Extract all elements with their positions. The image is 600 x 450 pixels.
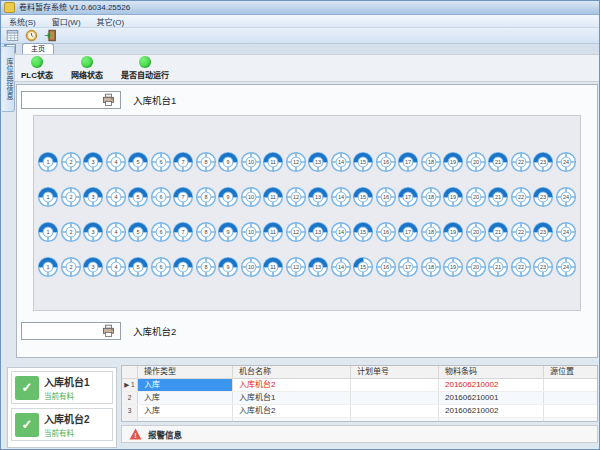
slot-indicator[interactable]: 12 — [285, 186, 307, 208]
slot-indicator[interactable]: 1 — [37, 186, 59, 208]
alarm-bar[interactable]: ! 报警信息 — [121, 425, 598, 443]
slot-indicator[interactable]: 15 — [352, 186, 374, 208]
table-cell[interactable] — [544, 379, 597, 391]
table-cell[interactable]: 入库 — [138, 379, 233, 391]
slot-indicator[interactable]: 4 — [105, 221, 127, 243]
menu-item[interactable]: 窗口(W) — [44, 16, 89, 27]
slot-indicator[interactable]: 16 — [375, 186, 397, 208]
slot-indicator[interactable]: 4 — [105, 151, 127, 173]
slot-indicator[interactable]: 15 — [352, 221, 374, 243]
clock-icon[interactable] — [24, 29, 39, 42]
slot-indicator[interactable]: 16 — [375, 256, 397, 278]
table-cell[interactable]: 201606210002 — [439, 379, 544, 391]
slot-indicator[interactable]: 19 — [442, 186, 464, 208]
slot-indicator[interactable]: 3 — [82, 221, 104, 243]
slot-indicator[interactable]: 12 — [285, 151, 307, 173]
slot-indicator[interactable]: 14 — [330, 221, 352, 243]
menu-item[interactable]: 其它(O) — [89, 16, 133, 27]
slot-indicator[interactable]: 16 — [375, 151, 397, 173]
exit-door-icon[interactable] — [43, 29, 58, 42]
slot-indicator[interactable]: 21 — [487, 186, 509, 208]
table-row[interactable]: 2入库入库机台1201606210001 — [122, 392, 597, 405]
table-cell[interactable]: 入库机台1 — [233, 392, 351, 404]
slot-indicator[interactable]: 13 — [307, 151, 329, 173]
slot-indicator[interactable]: 5 — [127, 256, 149, 278]
table-cell[interactable] — [351, 405, 439, 417]
slot-indicator[interactable]: 9 — [217, 256, 239, 278]
slot-indicator[interactable]: 8 — [195, 221, 217, 243]
print-button-machine2[interactable] — [21, 322, 121, 340]
slot-indicator[interactable]: 11 — [262, 151, 284, 173]
slot-indicator[interactable]: 24 — [555, 221, 577, 243]
slot-indicator[interactable]: 2 — [60, 256, 82, 278]
slot-indicator[interactable]: 11 — [262, 256, 284, 278]
slot-indicator[interactable]: 8 — [195, 151, 217, 173]
table-cell[interactable]: 201606210001 — [439, 392, 544, 404]
table-row[interactable]: 3入库入库机台2201606210002 — [122, 405, 597, 418]
slot-indicator[interactable]: 21 — [487, 256, 509, 278]
slot-indicator[interactable]: 19 — [442, 221, 464, 243]
slot-indicator[interactable]: 17 — [397, 256, 419, 278]
slot-indicator[interactable]: 13 — [307, 221, 329, 243]
table-cell[interactable]: 入库 — [138, 392, 233, 404]
slot-indicator[interactable]: 7 — [172, 151, 194, 173]
slot-indicator[interactable]: 10 — [240, 151, 262, 173]
slot-indicator[interactable]: 22 — [510, 186, 532, 208]
slot-indicator[interactable]: 6 — [150, 221, 172, 243]
slot-indicator[interactable]: 1 — [37, 221, 59, 243]
slot-indicator[interactable]: 5 — [127, 221, 149, 243]
slot-indicator[interactable]: 22 — [510, 221, 532, 243]
calendar-icon[interactable] — [5, 29, 20, 42]
slot-indicator[interactable]: 10 — [240, 221, 262, 243]
slot-indicator[interactable]: 3 — [82, 186, 104, 208]
menu-item[interactable]: 系统(S) — [1, 16, 44, 27]
slot-indicator[interactable]: 6 — [150, 186, 172, 208]
table-cell[interactable] — [138, 418, 233, 422]
slot-indicator[interactable]: 23 — [532, 256, 554, 278]
slot-indicator[interactable]: 12 — [285, 256, 307, 278]
slot-indicator[interactable]: 20 — [465, 221, 487, 243]
table-cell[interactable] — [351, 392, 439, 404]
slot-indicator[interactable]: 10 — [240, 256, 262, 278]
column-header[interactable]: 操作类型 — [138, 366, 233, 378]
slot-indicator[interactable]: 8 — [195, 186, 217, 208]
slot-indicator[interactable]: 17 — [397, 221, 419, 243]
slot-indicator[interactable]: 12 — [285, 221, 307, 243]
slot-indicator[interactable]: 5 — [127, 186, 149, 208]
slot-indicator[interactable]: 9 — [217, 151, 239, 173]
slot-indicator[interactable]: 15 — [352, 256, 374, 278]
slot-indicator[interactable]: 23 — [532, 151, 554, 173]
column-header[interactable]: 机台名称 — [233, 366, 351, 378]
slot-indicator[interactable]: 4 — [105, 186, 127, 208]
column-header[interactable]: 源位置 — [544, 366, 597, 378]
table-row[interactable]: ▶ 1入库入库机台2201606210002 — [122, 379, 597, 392]
slot-indicator[interactable]: 20 — [465, 186, 487, 208]
table-cell[interactable] — [544, 418, 597, 422]
slot-indicator[interactable]: 3 — [82, 256, 104, 278]
slot-indicator[interactable]: 14 — [330, 186, 352, 208]
slot-indicator[interactable]: 11 — [262, 221, 284, 243]
slot-indicator[interactable]: 3 — [82, 151, 104, 173]
slot-indicator[interactable]: 24 — [555, 186, 577, 208]
slot-indicator[interactable]: 22 — [510, 151, 532, 173]
slot-indicator[interactable]: 24 — [555, 151, 577, 173]
slot-indicator[interactable]: 19 — [442, 151, 464, 173]
slot-indicator[interactable]: 5 — [127, 151, 149, 173]
slot-indicator[interactable]: 18 — [420, 221, 442, 243]
slot-indicator[interactable]: 2 — [60, 221, 82, 243]
slot-indicator[interactable]: 17 — [397, 186, 419, 208]
slot-indicator[interactable]: 18 — [420, 256, 442, 278]
table-cell[interactable]: 入库机台2 — [233, 379, 351, 391]
slot-indicator[interactable]: 19 — [442, 256, 464, 278]
slot-indicator[interactable]: 1 — [37, 256, 59, 278]
column-header[interactable]: 物料条码 — [439, 366, 544, 378]
table-cell[interactable] — [544, 405, 597, 417]
slot-indicator[interactable]: 9 — [217, 186, 239, 208]
slot-indicator[interactable]: 24 — [555, 256, 577, 278]
table-row[interactable]: 4 — [122, 418, 597, 422]
slot-indicator[interactable]: 16 — [375, 221, 397, 243]
slot-indicator[interactable]: 7 — [172, 186, 194, 208]
slot-indicator[interactable]: 2 — [60, 151, 82, 173]
column-header[interactable]: 计划单号 — [351, 366, 439, 378]
slot-indicator[interactable]: 15 — [352, 151, 374, 173]
